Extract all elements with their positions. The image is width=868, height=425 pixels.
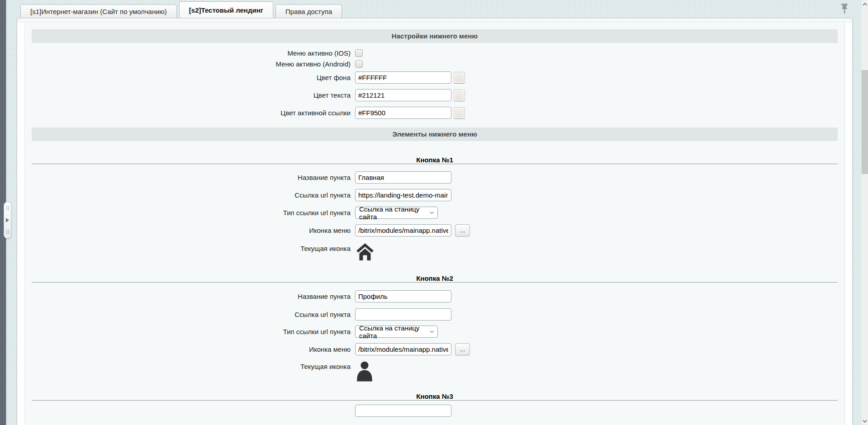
- field-label: Иконка меню: [32, 227, 355, 234]
- section-header-menu-elements: Элементы нижнего меню: [32, 128, 838, 141]
- field-label: Цвет активной ссылки: [32, 109, 355, 117]
- home-icon: [356, 243, 374, 263]
- field-label: Название пункта: [32, 293, 355, 300]
- link-type-select[interactable]: Ссылка на станицу сайта: [355, 326, 438, 338]
- form-row-current-icon: Текущая иконка: [32, 361, 838, 384]
- expand-arrow-icon: [6, 218, 9, 222]
- link-type-select[interactable]: Ссылка на станицу сайта: [355, 207, 438, 219]
- browse-file-button[interactable]: ...: [455, 343, 470, 355]
- form-row-url: Ссылка url пункта: [32, 308, 838, 321]
- grip-dots-icon: [6, 230, 9, 235]
- form-row-menu-icon: Иконка меню ...: [32, 343, 838, 355]
- form-row-menu-active-ios: Меню активно (IOS): [32, 49, 838, 57]
- item-url-input[interactable]: [355, 308, 451, 321]
- field-label: Текущая иконка: [32, 361, 355, 370]
- chevron-down-icon[interactable]: [862, 418, 868, 424]
- chevron-up-icon[interactable]: [862, 1, 868, 7]
- field-label: Текущая иконка: [32, 243, 355, 252]
- menu-active-android-checkbox[interactable]: [355, 60, 363, 68]
- grip-dots-icon: [6, 206, 9, 211]
- person-icon: [356, 361, 373, 384]
- section-header-menu-settings: Настройки нижнего меню: [32, 29, 838, 43]
- section-divider: [32, 164, 838, 164]
- section-divider: [32, 282, 838, 283]
- field-label: Тип ссылки url пункта: [32, 209, 355, 217]
- select-value: Ссылка на станицу сайта: [359, 324, 430, 340]
- field-label: Иконка меню: [32, 345, 355, 353]
- scrollbar-thumb[interactable]: [862, 70, 868, 174]
- color-picker-button[interactable]: [454, 72, 465, 84]
- field-label: Цвет фона: [32, 74, 355, 81]
- field-label: Меню активно (IOS): [32, 49, 355, 57]
- section-divider: [32, 400, 838, 401]
- form-row-current-icon: Текущая иконка: [32, 243, 838, 263]
- push-pin-icon[interactable]: [840, 3, 849, 17]
- form-row-menu-active-android: Меню активно (Android): [32, 60, 838, 68]
- field-label: Тип ссылки url пункта: [32, 328, 355, 335]
- active-link-color-input[interactable]: [355, 107, 451, 119]
- field-label: Ссылка url пункта: [32, 191, 355, 199]
- select-value: Ссылка на станицу сайта: [359, 205, 430, 221]
- form-row-link-type: Тип ссылки url пункта Ссылка на станицу …: [32, 207, 838, 219]
- form-row-menu-icon: Иконка меню ...: [32, 224, 838, 236]
- field-label: Меню активно (Android): [32, 60, 355, 68]
- field-label: Название пункта: [32, 174, 355, 181]
- form-row-name: Название пункта: [32, 171, 838, 184]
- settings-tab-bar: [s1]Интернет-магазин (Сайт по умолчанию)…: [20, 0, 342, 18]
- sidebar-expand-handle[interactable]: [4, 202, 11, 239]
- chevron-down-icon: [430, 211, 434, 214]
- chevron-down-icon: [430, 330, 434, 333]
- menu-active-ios-checkbox[interactable]: [355, 49, 363, 57]
- color-picker-button[interactable]: [454, 107, 465, 119]
- item-name-input[interactable]: [355, 290, 451, 302]
- tab-site-s1[interactable]: [s1]Интернет-магазин (Сайт по умолчанию): [20, 5, 177, 18]
- bg-color-input[interactable]: [355, 71, 451, 84]
- form-row-url: Ссылка url пункта: [32, 189, 838, 201]
- form-row-link-type: Тип ссылки url пункта Ссылка на станицу …: [32, 326, 838, 338]
- vertical-scrollbar[interactable]: [862, 0, 868, 425]
- color-picker-button[interactable]: [454, 90, 465, 101]
- field-label: Ссылка url пункта: [32, 311, 355, 318]
- form-row-bg-color: Цвет фона: [32, 71, 838, 84]
- menu-icon-path-input[interactable]: [355, 343, 451, 355]
- form-row-active-link-color: Цвет активной ссылки: [32, 107, 838, 119]
- browse-file-button[interactable]: ...: [455, 224, 470, 236]
- item-url-input[interactable]: [355, 189, 451, 201]
- field-label: Цвет текста: [32, 91, 355, 99]
- tab-site-s2[interactable]: [s2]Тестовый лендинг: [179, 1, 273, 18]
- button3-heading: Кнопка №3: [32, 393, 838, 400]
- button1-heading: Кнопка №1: [32, 156, 838, 164]
- button2-heading: Кнопка №2: [32, 275, 838, 282]
- form-row-text-color: Цвет текста: [32, 89, 838, 101]
- form-row-name: Название пункта: [32, 290, 838, 302]
- settings-panel: Настройки нижнего меню Меню активно (IOS…: [17, 18, 853, 425]
- item-name-input[interactable]: [355, 405, 451, 417]
- menu-icon-path-input[interactable]: [355, 224, 451, 236]
- text-color-input[interactable]: [355, 89, 451, 101]
- form-row-name: [32, 405, 838, 417]
- tab-access-rights[interactable]: Права доступа: [275, 5, 342, 18]
- item-name-input[interactable]: [355, 171, 451, 184]
- settings-form: Настройки нижнего меню Меню активно (IOS…: [24, 23, 845, 425]
